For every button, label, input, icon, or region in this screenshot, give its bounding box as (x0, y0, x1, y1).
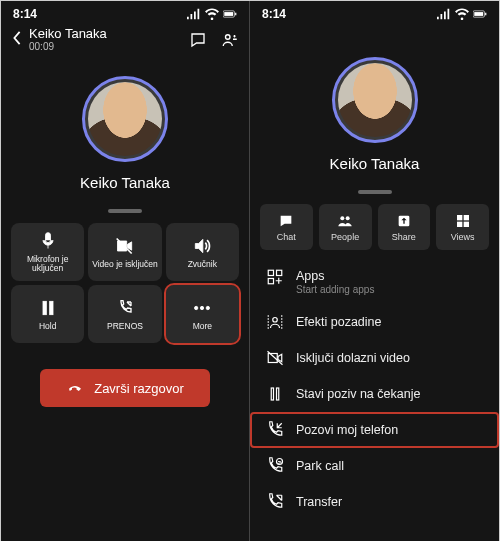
transfer-label: PRENOS (107, 322, 143, 331)
tab-people[interactable]: People (319, 204, 372, 250)
svg-point-8 (201, 306, 204, 309)
signal-icon (437, 8, 451, 20)
svg-rect-22 (268, 279, 273, 284)
more-button[interactable]: More (166, 285, 239, 343)
call-in-icon (266, 421, 284, 439)
speaker-button[interactable]: Zvučnik (166, 223, 239, 281)
svg-point-7 (195, 306, 198, 309)
video-off-icon (266, 349, 284, 367)
sheet-handle[interactable] (108, 209, 142, 213)
caller-avatar (332, 57, 418, 143)
status-bar: 8:14 (250, 1, 499, 23)
video-off-icon (115, 236, 135, 256)
menu-transfer[interactable]: Transfer (250, 484, 499, 520)
speaker-icon (192, 236, 212, 256)
menu-park-label: Park call (296, 459, 344, 473)
caller-display: Keiko Tanaka (250, 57, 499, 172)
svg-rect-1 (224, 12, 233, 16)
speaker-label: Zvučnik (188, 260, 217, 269)
menu-apps-sublabel: Start adding apps (296, 284, 374, 295)
transfer-button[interactable]: PRENOS (88, 285, 161, 343)
tab-chat-label: Chat (277, 232, 296, 242)
pause-icon (38, 298, 58, 318)
menu-hold[interactable]: Stavi poziv na čekanje (250, 376, 499, 412)
menu-apps[interactable]: Apps Start adding apps (250, 260, 499, 304)
hold-label: Hold (39, 322, 56, 331)
tab-people-label: People (331, 232, 359, 242)
svg-rect-17 (463, 215, 468, 220)
battery-icon (473, 8, 487, 20)
svg-point-3 (226, 34, 231, 39)
svg-rect-18 (457, 221, 462, 226)
tab-share-label: Share (392, 232, 416, 242)
battery-icon (223, 8, 237, 20)
svg-rect-19 (463, 221, 468, 226)
end-call-button[interactable]: Završi razgovor (40, 369, 210, 407)
status-indicators (187, 8, 237, 20)
wifi-icon (205, 8, 219, 20)
wifi-icon (455, 8, 469, 20)
people-icon[interactable] (221, 31, 239, 49)
caller-display: Keiko Tanaka (1, 76, 249, 191)
apps-icon (266, 268, 284, 286)
signal-icon (187, 8, 201, 20)
svg-point-14 (346, 216, 350, 220)
status-indicators (437, 8, 487, 20)
call-duration: 00:09 (29, 41, 189, 52)
svg-rect-5 (43, 301, 46, 314)
caller-display-name: Keiko Tanaka (80, 174, 170, 191)
tab-row: Chat People Share Views (250, 204, 499, 250)
svg-point-23 (273, 318, 278, 323)
svg-rect-2 (235, 13, 236, 16)
menu-transfer-label: Transfer (296, 495, 342, 509)
menu-background-effects[interactable]: Efekti pozadine (250, 304, 499, 340)
back-button[interactable] (11, 31, 23, 49)
more-label: More (193, 322, 212, 331)
mic-icon (38, 231, 58, 251)
chat-icon[interactable] (189, 31, 207, 49)
chat-icon (278, 213, 294, 229)
svg-rect-20 (268, 270, 273, 275)
menu-callme-label: Pozovi moj telefon (296, 423, 398, 437)
video-label: Video je isključen (92, 260, 158, 269)
call-header: Keiko Tanaka 00:09 (1, 23, 249, 58)
caller-display-name: Keiko Tanaka (330, 155, 420, 172)
tab-views-label: Views (451, 232, 475, 242)
video-button[interactable]: Video je isključen (88, 223, 161, 281)
call-controls-grid: Mikrofon je uključen Video je isključen … (1, 223, 249, 343)
svg-rect-24 (268, 354, 277, 363)
menu-call-me[interactable]: Pozovi moj telefon (250, 412, 499, 448)
svg-rect-6 (49, 301, 52, 314)
menu-park-call[interactable]: Park call (250, 448, 499, 484)
svg-point-9 (206, 306, 209, 309)
transfer-icon (115, 298, 135, 318)
svg-rect-26 (271, 388, 273, 400)
pause-icon (266, 385, 284, 403)
svg-rect-12 (485, 13, 486, 16)
menu-turn-off-incoming-video[interactable]: Isključi dolazni video (250, 340, 499, 376)
transfer-icon (266, 493, 284, 511)
menu-novid-label: Isključi dolazni video (296, 351, 410, 365)
caller-name: Keiko Tanaka (29, 27, 189, 41)
tab-share[interactable]: Share (378, 204, 431, 250)
mic-button[interactable]: Mikrofon je uključen (11, 223, 84, 281)
end-call-label: Završi razgovor (94, 381, 184, 396)
menu-bg-label: Efekti pozadine (296, 315, 381, 329)
svg-point-13 (340, 216, 344, 220)
tab-chat[interactable]: Chat (260, 204, 313, 250)
hangup-icon (66, 379, 84, 397)
menu-hold-label: Stavi poziv na čekanje (296, 387, 420, 401)
status-time: 8:14 (13, 7, 37, 21)
svg-rect-16 (457, 215, 462, 220)
status-time: 8:14 (262, 7, 286, 21)
tab-views[interactable]: Views (436, 204, 489, 250)
people-icon (337, 213, 353, 229)
phone-left: 8:14 Keiko Tanaka 00:09 Keiko Tanaka (1, 1, 250, 541)
hold-button[interactable]: Hold (11, 285, 84, 343)
menu-apps-label: Apps (296, 269, 325, 283)
sheet-handle[interactable] (358, 190, 392, 194)
caller-info: Keiko Tanaka 00:09 (29, 27, 189, 52)
mic-label: Mikrofon je uključen (11, 255, 84, 273)
park-icon (266, 457, 284, 475)
comparison-container: 8:14 Keiko Tanaka 00:09 Keiko Tanaka (0, 0, 500, 541)
